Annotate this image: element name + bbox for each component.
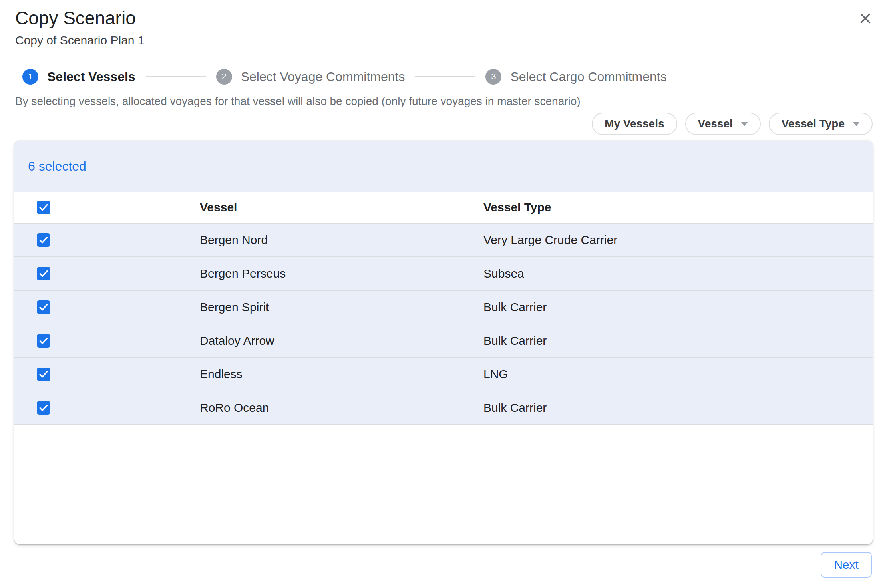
copy-scenario-dialog: Copy Scenario Copy of Scenario Plan 1 1 … (0, 0, 887, 588)
vessel-name: Bergen Nord (200, 233, 483, 247)
vessel-name: Endless (200, 368, 483, 381)
step-1-label: Select Vessels (47, 70, 135, 84)
page-subtitle: Copy of Scenario Plan 1 (15, 33, 145, 48)
filter-chip-vessel-label: Vessel (698, 117, 733, 130)
chevron-down-icon (741, 122, 748, 126)
helper-text: By selecting vessels, allocated voyages … (15, 94, 581, 109)
step-1-number: 1 (28, 72, 33, 82)
row-checkbox[interactable] (37, 267, 50, 280)
checkmark-icon (38, 268, 49, 279)
vessel-type: Very Large Crude Carrier (483, 233, 873, 247)
table-row[interactable]: Dataloy Arrow Bulk Carrier (14, 324, 873, 358)
table-row[interactable]: RoRo Ocean Bulk Carrier (14, 391, 873, 425)
select-all-checkbox[interactable] (37, 201, 50, 214)
table-header-row: Vessel Vessel Type (14, 192, 873, 224)
vessel-name: Bergen Perseus (200, 267, 483, 280)
checkmark-icon (38, 302, 49, 313)
table-row[interactable]: Bergen Spirit Bulk Carrier (14, 291, 873, 324)
row-checkbox[interactable] (37, 401, 50, 415)
checkmark-icon (38, 202, 49, 213)
filter-chip-my-vessels[interactable]: My Vessels (592, 113, 677, 135)
vessel-name: Bergen Spirit (200, 300, 483, 314)
vessel-table-card: 6 selected Vessel Vessel Type Bergen Nor… (14, 141, 873, 544)
selection-count: 6 selected (28, 159, 86, 174)
vessel-type: Bulk Carrier (483, 300, 873, 314)
filter-chip-vessel-type-label: Vessel Type (782, 117, 845, 130)
row-checkbox[interactable] (37, 300, 50, 314)
vessel-type: Bulk Carrier (483, 401, 873, 415)
vessel-type: Bulk Carrier (483, 334, 873, 348)
step-2-circle: 2 (216, 69, 232, 85)
vessel-type: LNG (483, 368, 873, 381)
step-3-circle: 3 (485, 69, 501, 85)
checkmark-icon (38, 402, 49, 413)
step-2-number: 2 (222, 72, 227, 82)
filter-chip-vessel[interactable]: Vessel (685, 113, 761, 135)
table-row[interactable]: Endless LNG (14, 358, 873, 391)
next-button[interactable]: Next (821, 552, 872, 578)
step-select-voyage-commitments[interactable]: 2 Select Voyage Commitments (216, 69, 405, 85)
close-icon (858, 11, 873, 26)
page-title: Copy Scenario (15, 6, 136, 30)
chevron-down-icon (853, 122, 860, 126)
step-connector (415, 76, 475, 77)
row-checkbox[interactable] (37, 334, 50, 348)
column-header-vessel-type: Vessel Type (483, 201, 873, 214)
vessel-name: Dataloy Arrow (200, 334, 483, 348)
row-checkbox[interactable] (37, 368, 50, 381)
row-checkbox[interactable] (37, 233, 50, 247)
close-button[interactable] (857, 10, 874, 27)
checkmark-icon (38, 335, 49, 346)
selection-banner: 6 selected (14, 141, 873, 192)
filter-chip-vessel-type[interactable]: Vessel Type (769, 113, 873, 135)
step-connector (146, 76, 206, 77)
step-select-vessels[interactable]: 1 Select Vessels (22, 69, 135, 85)
step-1-circle: 1 (22, 69, 38, 85)
vessel-name: RoRo Ocean (200, 401, 483, 415)
column-header-vessel: Vessel (200, 201, 483, 214)
step-2-label: Select Voyage Commitments (241, 70, 405, 84)
table-row[interactable]: Bergen Perseus Subsea (14, 257, 873, 291)
filter-chip-my-vessels-label: My Vessels (605, 117, 664, 130)
stepper: 1 Select Vessels 2 Select Voyage Commitm… (22, 68, 667, 85)
checkmark-icon (38, 369, 49, 380)
table-row[interactable]: Bergen Nord Very Large Crude Carrier (14, 224, 873, 257)
checkmark-icon (38, 234, 49, 246)
step-3-label: Select Cargo Commitments (510, 70, 666, 84)
next-button-label: Next (834, 558, 859, 572)
vessel-type: Subsea (483, 267, 873, 280)
filter-bar: My Vessels Vessel Vessel Type (592, 113, 873, 135)
step-select-cargo-commitments[interactable]: 3 Select Cargo Commitments (485, 69, 666, 85)
step-3-number: 3 (491, 72, 496, 82)
